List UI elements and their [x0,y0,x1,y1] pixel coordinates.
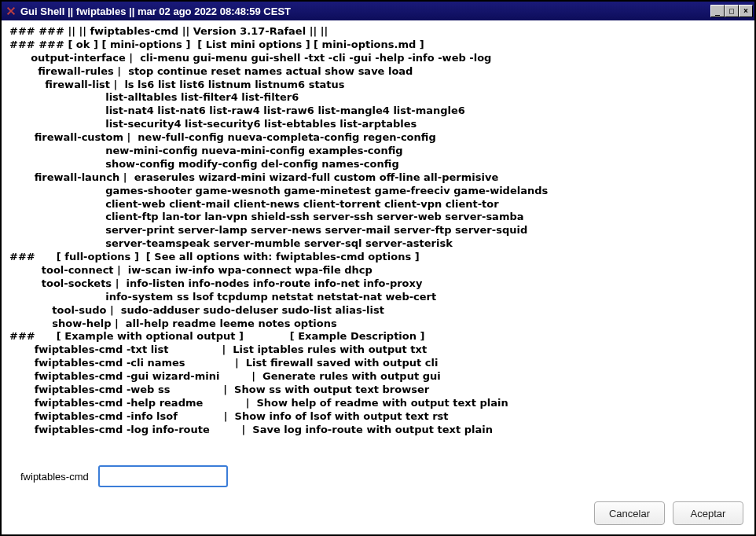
close-button[interactable]: × [739,5,753,17]
accept-button[interactable]: Aceptar [673,501,743,525]
app-icon [5,5,17,17]
cancel-button[interactable]: Cancelar [594,501,665,525]
button-row: Cancelar Aceptar [2,495,754,534]
titlebar: Gui Shell || fwiptables || mar 02 ago 20… [2,2,754,20]
input-row: fwiptables-cmd [2,457,754,495]
dialog-content: ### ### || || fwiptables-cmd || Version … [2,20,754,534]
output-text: ### ### || || fwiptables-cmd || Version … [2,20,754,457]
command-input[interactable] [98,465,228,487]
dialog-window: Gui Shell || fwiptables || mar 02 ago 20… [0,0,756,536]
minimize-button[interactable]: _ [710,5,725,17]
window-title: Gui Shell || fwiptables || mar 02 ago 20… [20,6,710,17]
input-label: fwiptables-cmd [20,471,89,483]
maximize-button[interactable]: □ [725,5,739,17]
window-controls: _ □ × [710,5,753,17]
